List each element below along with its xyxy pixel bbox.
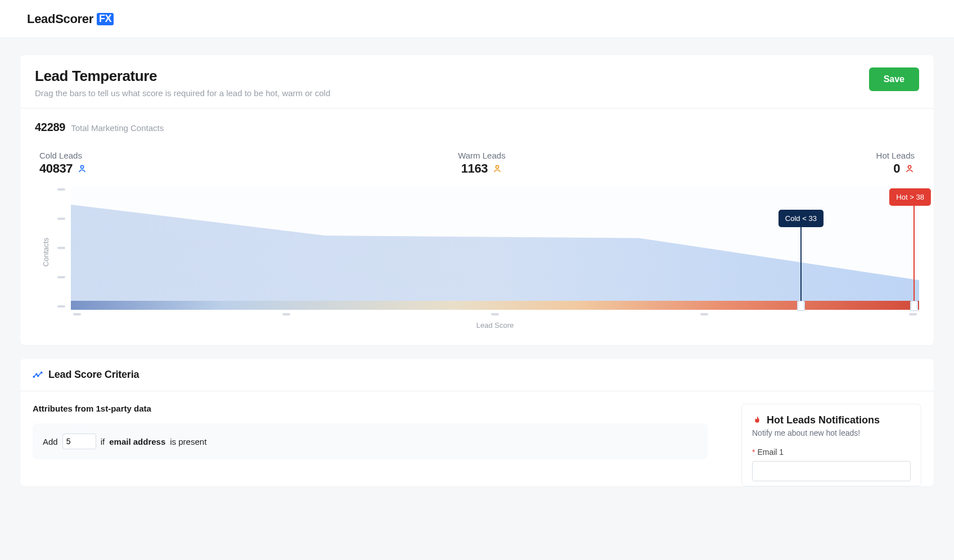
svg-point-1 [496,165,498,168]
cold-threshold-flag: Cold < 33 [778,210,824,227]
rule-value-input[interactable] [62,433,96,449]
x-axis-label: Lead Score [71,321,919,329]
svg-point-4 [36,373,37,374]
svg-point-3 [33,376,34,377]
stat-warm: Warm Leads 1163 [458,151,505,176]
score-gradient-bar [71,301,919,310]
lead-temperature-panel: Lead Temperature Drag the bars to tell u… [20,55,934,345]
save-button[interactable]: Save [869,67,919,91]
svg-point-5 [38,375,39,376]
stat-warm-label: Warm Leads [458,151,505,160]
logo: LeadScorer FX [27,12,114,26]
cold-threshold-handle[interactable]: Cold < 33 ⋮⋮ [800,210,802,310]
person-icon [492,164,502,174]
stat-warm-value: 1163 [461,161,488,176]
rule-suffix: is present [170,437,206,446]
x-axis-ticks [71,310,919,315]
y-axis-label: Contacts [42,238,50,267]
email-input[interactable] [752,461,911,481]
drag-handle-icon[interactable]: ⋮⋮ [797,301,805,311]
rule-middle: if [101,437,105,446]
svg-point-6 [41,372,42,373]
stat-cold: Cold Leads 40837 [39,151,87,176]
criteria-title: Lead Score Criteria [48,369,139,381]
total-contacts-label: Total Marketing Contacts [71,123,164,133]
required-marker: * [752,448,755,457]
criteria-attr-title: Attributes from 1st-party data [33,404,708,413]
stat-hot: Hot Leads 0 [876,151,915,176]
chart-plot-area: Cold < 33 ⋮⋮ Hot > 38 ⋮⋮ [71,186,919,310]
y-axis-ticks [57,186,65,321]
svg-point-2 [908,165,911,168]
hot-notifications-card: Hot Leads Notifications Notify me about … [741,404,921,486]
logo-part-lead: Lead [27,12,55,26]
person-icon [77,164,87,174]
panel-subtitle: Drag the bars to tell us what score is r… [35,88,330,98]
top-bar: LeadScorer FX [0,0,954,38]
chart-area-fill [71,186,919,310]
flame-icon [752,416,762,426]
lead-score-criteria-panel: Lead Score Criteria Attributes from 1st-… [20,359,934,486]
hot-threshold-handle[interactable]: Hot > 38 ⋮⋮ [914,188,915,310]
total-contacts-value: 42289 [35,121,65,134]
criteria-rule-row: Add if email address is present [33,423,708,459]
person-icon [904,164,915,174]
stat-hot-label: Hot Leads [876,151,915,160]
total-contacts-row: 42289 Total Marketing Contacts [35,121,919,134]
hot-notifications-subtitle: Notify me about new hot leads! [752,428,911,437]
rule-attribute: email address [109,437,165,446]
stat-hot-value: 0 [893,161,900,176]
panel-header: Lead Temperature Drag the bars to tell u… [20,55,934,109]
logo-part-scorer: Scorer [55,12,93,26]
criteria-header: Lead Score Criteria [20,359,934,391]
svg-point-0 [81,165,84,168]
panel-title: Lead Temperature [35,67,330,85]
trend-icon [33,370,43,380]
stat-cold-label: Cold Leads [39,151,87,160]
criteria-rules-column: Attributes from 1st-party data Add if em… [33,404,708,486]
rule-prefix: Add [43,437,58,446]
stat-cold-value: 40837 [39,161,73,176]
logo-text: LeadScorer [27,12,93,26]
email-field-label: *Email 1 [752,448,911,457]
hot-notifications-title: Hot Leads Notifications [767,414,880,426]
lead-distribution-chart: Contacts [35,186,919,329]
logo-fx-badge: FX [97,13,114,25]
hot-threshold-flag: Hot > 38 [889,188,931,206]
drag-handle-icon[interactable]: ⋮⋮ [910,301,918,311]
